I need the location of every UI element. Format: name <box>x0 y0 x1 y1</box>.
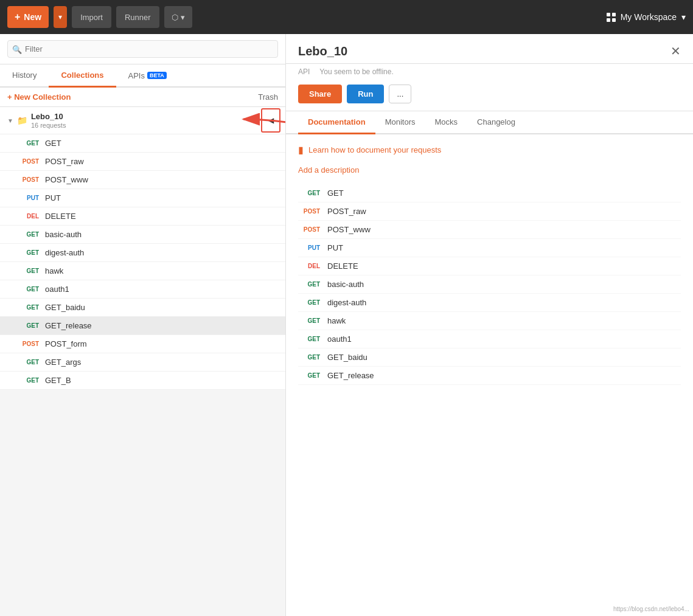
request-item-del[interactable]: DEL DELETE <box>0 207 285 226</box>
doc-method-hawk: GET <box>298 317 320 324</box>
interceptor-icon: ⬡ <box>172 13 178 22</box>
interceptor-button[interactable]: ⬡ ▾ <box>164 6 192 28</box>
request-item-post-form[interactable]: POST POST_form <box>0 335 285 353</box>
new-button[interactable]: + New <box>7 6 49 28</box>
trash-button[interactable]: Trash <box>258 92 278 102</box>
tab-monitors[interactable]: Monitors <box>375 111 425 134</box>
workspace-label: My Workspace <box>621 12 677 22</box>
doc-item-hawk[interactable]: GET hawk <box>298 312 681 330</box>
request-name-get-release: GET_release <box>45 321 92 330</box>
beta-badge: BETA <box>147 72 167 79</box>
tab-changelog[interactable]: Changelog <box>467 111 525 134</box>
request-item-basic-auth[interactable]: GET basic-auth <box>0 226 285 244</box>
add-description[interactable]: Add a description <box>298 165 681 175</box>
doc-item-digest-auth[interactable]: GET digest-auth <box>298 294 681 312</box>
request-name-oauth1: oauth1 <box>45 285 69 294</box>
doc-name-get-baidu: GET_baidu <box>327 353 367 362</box>
doc-item-put[interactable]: PUT PUT <box>298 239 681 257</box>
doc-method-digest-auth: GET <box>298 299 320 306</box>
request-name-post-form: POST_form <box>45 339 87 348</box>
sidebar: 🔍 History Collections APIs BETA + New Co… <box>0 34 286 616</box>
run-button[interactable]: Run <box>347 85 384 103</box>
search-bar: 🔍 <box>0 34 285 64</box>
doc-item-get-baidu[interactable]: GET GET_baidu <box>298 348 681 367</box>
doc-name-get: GET <box>327 189 344 198</box>
doc-name-put: PUT <box>327 243 343 252</box>
folder-icon: 📁 <box>17 116 27 125</box>
request-item-post-www[interactable]: POST POST_www <box>0 171 285 189</box>
doc-item-basic-auth[interactable]: GET basic-auth <box>298 275 681 294</box>
doc-item-post-www[interactable]: POST POST_www <box>298 221 681 239</box>
collection-more-button[interactable]: ··· <box>248 116 255 125</box>
request-name-basic-auth: basic-auth <box>45 230 82 239</box>
collections-actions: + New Collection Trash <box>0 88 285 107</box>
panel-content: ▮ Learn how to document your requests Ad… <box>286 134 693 616</box>
tab-mocks[interactable]: Mocks <box>425 111 467 134</box>
collapse-arrow-icon: ◀ <box>268 116 274 125</box>
method-badge-get-baidu: GET <box>17 304 39 311</box>
method-badge-get-b: GET <box>17 377 39 384</box>
share-button[interactable]: Share <box>298 85 342 103</box>
import-button[interactable]: Import <box>72 6 111 28</box>
collapse-button-highlighted[interactable]: ◀ <box>261 108 280 133</box>
learn-link-row[interactable]: ▮ Learn how to document your requests <box>298 144 681 156</box>
doc-item-del[interactable]: DEL DELETE <box>298 257 681 275</box>
right-panel: Lebo_10 ✕ API You seem to be offline. Sh… <box>286 34 693 616</box>
request-item-oauth1[interactable]: GET oauth1 <box>0 280 285 299</box>
workspace-dropdown-icon: ▾ <box>681 12 686 22</box>
request-name-get-args: GET_args <box>45 358 81 367</box>
doc-method-oauth1: GET <box>298 336 320 342</box>
collection-count: 16 requests <box>31 122 66 129</box>
method-badge-put: PUT <box>17 195 39 201</box>
method-badge-oauth1: GET <box>17 286 39 292</box>
tab-history[interactable]: History <box>0 64 49 88</box>
doc-name-post-www: POST_www <box>327 225 371 234</box>
tab-documentation[interactable]: Documentation <box>298 111 375 134</box>
doc-name-oauth1: oauth1 <box>327 334 352 344</box>
tab-apis[interactable]: APIs BETA <box>116 64 179 86</box>
collection-list: ▼ 📁 Lebo_10 16 requests ··· ◀ <box>0 107 285 616</box>
interceptor-dropdown-icon: ▾ <box>181 13 185 22</box>
doc-item-get[interactable]: GET GET <box>298 184 681 202</box>
request-name-hawk: hawk <box>45 266 63 275</box>
filter-input[interactable] <box>7 40 278 58</box>
search-icon: 🔍 <box>12 44 22 54</box>
runner-button[interactable]: Runner <box>116 6 159 28</box>
method-badge-post-www: POST <box>17 176 39 183</box>
new-collection-button[interactable]: + New Collection <box>7 92 71 102</box>
api-label: API <box>298 67 310 76</box>
request-item-get-release[interactable]: GET GET_release <box>0 317 285 335</box>
request-item-post-raw[interactable]: POST POST_raw <box>0 153 285 171</box>
collection-header[interactable]: ▼ 📁 Lebo_10 16 requests ··· ◀ <box>0 107 285 134</box>
topbar: + New ▾ Import Runner ⬡ ▾ My Workspace ▾ <box>0 0 693 34</box>
request-name-get-baidu: GET_baidu <box>45 303 85 312</box>
request-item-digest-auth[interactable]: GET digest-auth <box>0 244 285 262</box>
tab-collections[interactable]: Collections <box>49 64 116 88</box>
api-status-row: API You seem to be offline. <box>286 64 693 80</box>
close-button[interactable]: ✕ <box>670 44 681 58</box>
panel-title: Lebo_10 <box>298 44 347 58</box>
doc-name-hawk: hawk <box>327 316 346 325</box>
request-name-digest-auth: digest-auth <box>45 248 84 257</box>
collection-name: Lebo_10 <box>31 112 66 121</box>
method-badge-digest-auth: GET <box>17 249 39 256</box>
request-item-get[interactable]: GET GET <box>0 134 285 153</box>
request-item-get-baidu[interactable]: GET GET_baidu <box>0 299 285 317</box>
more-button[interactable]: ... <box>389 85 411 103</box>
main-layout: 🔍 History Collections APIs BETA + New Co… <box>0 34 693 616</box>
request-item-put[interactable]: PUT PUT <box>0 189 285 207</box>
request-item-hawk[interactable]: GET hawk <box>0 262 285 280</box>
request-name-put: PUT <box>45 193 61 202</box>
request-name-post-raw: POST_raw <box>45 157 84 166</box>
doc-item-post-raw[interactable]: POST POST_raw <box>298 202 681 221</box>
doc-request-list: GET GET POST POST_raw POST POST_www PUT … <box>298 184 681 385</box>
plus-icon: + <box>15 12 20 22</box>
learn-link-text[interactable]: Learn how to document your requests <box>308 145 441 154</box>
doc-item-oauth1[interactable]: GET oauth1 <box>298 330 681 348</box>
request-item-get-args[interactable]: GET GET_args <box>0 353 285 372</box>
method-badge-get-args: GET <box>17 359 39 365</box>
new-dropdown-button[interactable]: ▾ <box>54 6 67 28</box>
request-item-get-b[interactable]: GET GET_B <box>0 372 285 390</box>
doc-item-get-release[interactable]: GET GET_release <box>298 367 681 385</box>
workspace-button[interactable]: My Workspace ▾ <box>607 12 686 22</box>
